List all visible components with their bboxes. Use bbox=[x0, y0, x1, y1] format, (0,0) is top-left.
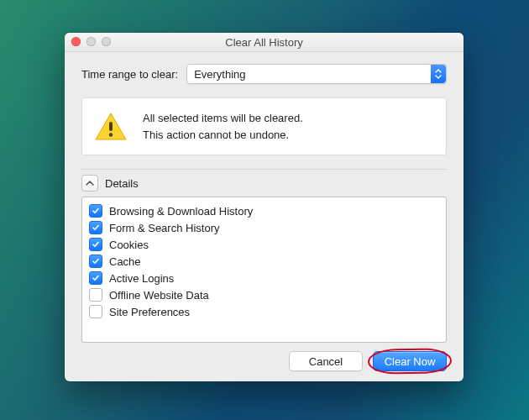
checkbox[interactable] bbox=[89, 271, 102, 285]
details-label: Details bbox=[105, 177, 139, 190]
list-item: Site Preferences bbox=[89, 303, 439, 320]
svg-rect-0 bbox=[109, 122, 113, 131]
dialog-window: Clear All History Time range to clear: E… bbox=[65, 33, 464, 381]
clear-now-button-label: Clear Now bbox=[385, 355, 436, 368]
time-range-select[interactable]: Everything bbox=[186, 64, 447, 84]
window-controls bbox=[71, 37, 111, 46]
window-title: Clear All History bbox=[225, 36, 302, 49]
details-list: Browsing & Download HistoryForm & Search… bbox=[81, 197, 447, 343]
checkbox[interactable] bbox=[89, 255, 102, 268]
titlebar: Clear All History bbox=[65, 33, 464, 52]
cancel-button[interactable]: Cancel bbox=[289, 351, 363, 371]
checkbox[interactable] bbox=[89, 305, 102, 318]
checkbox[interactable] bbox=[89, 288, 102, 302]
details-toggle[interactable] bbox=[81, 175, 98, 192]
dialog-footer: Cancel Clear Now bbox=[81, 343, 447, 371]
list-item: Browsing & Download History bbox=[89, 202, 439, 219]
list-item: Offline Website Data bbox=[89, 286, 439, 303]
close-icon[interactable] bbox=[71, 37, 81, 46]
warning-panel: All selected items will be cleared. This… bbox=[81, 97, 447, 155]
time-range-row: Time range to clear: Everything bbox=[81, 64, 447, 84]
list-item-label: Site Preferences bbox=[109, 306, 190, 318]
checkbox[interactable] bbox=[89, 221, 102, 234]
list-item: Cookies bbox=[89, 236, 439, 253]
cancel-button-label: Cancel bbox=[309, 355, 343, 368]
warning-line-1: All selected items will be cleared. bbox=[143, 110, 303, 127]
dialog-content: Time range to clear: Everything bbox=[65, 52, 464, 381]
time-range-label: Time range to clear: bbox=[81, 68, 178, 81]
checkbox[interactable] bbox=[89, 238, 102, 251]
warning-icon bbox=[94, 112, 128, 142]
checkbox[interactable] bbox=[89, 204, 102, 218]
list-item: Form & Search History bbox=[89, 219, 439, 236]
list-item: Cache bbox=[89, 253, 439, 270]
time-range-value: Everything bbox=[194, 68, 245, 81]
list-item-label: Offline Website Data bbox=[109, 289, 209, 302]
chevron-up-icon bbox=[86, 180, 94, 186]
details-header: Details bbox=[81, 169, 447, 192]
list-item-label: Form & Search History bbox=[109, 222, 219, 234]
svg-point-1 bbox=[109, 133, 113, 136]
minimize-icon bbox=[86, 37, 96, 46]
desktop-background: Clear All History Time range to clear: E… bbox=[0, 0, 529, 420]
list-item-label: Cache bbox=[109, 255, 141, 268]
warning-line-2: This action cannot be undone. bbox=[143, 127, 303, 144]
warning-text: All selected items will be cleared. This… bbox=[143, 110, 303, 143]
list-item-label: Active Logins bbox=[109, 272, 174, 285]
list-item-label: Browsing & Download History bbox=[109, 205, 253, 218]
clear-now-button[interactable]: Clear Now bbox=[373, 351, 447, 371]
zoom-icon bbox=[102, 37, 111, 46]
select-arrows-icon bbox=[431, 65, 446, 83]
list-item-label: Cookies bbox=[109, 239, 149, 251]
list-item: Active Logins bbox=[89, 270, 439, 286]
